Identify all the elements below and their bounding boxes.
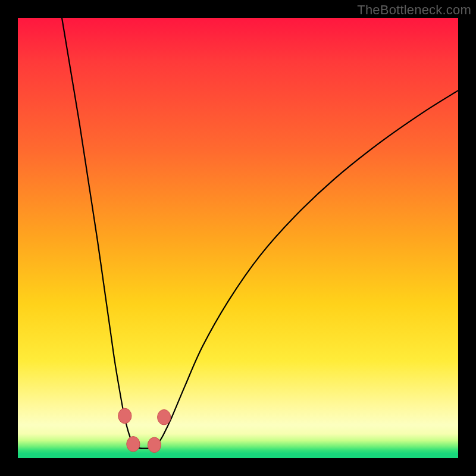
bead-marker (118, 408, 131, 424)
curve-left-branch (62, 18, 141, 449)
curve-layer (18, 18, 458, 458)
watermark-text: TheBottleneck.com (357, 2, 471, 18)
bead-group (118, 408, 171, 452)
plot-area (18, 18, 458, 458)
bead-marker (158, 409, 171, 425)
chart-frame: TheBottleneck.com (0, 0, 476, 476)
bead-marker (127, 437, 140, 452)
curve-right-branch (150, 90, 458, 449)
bead-marker (148, 437, 161, 453)
